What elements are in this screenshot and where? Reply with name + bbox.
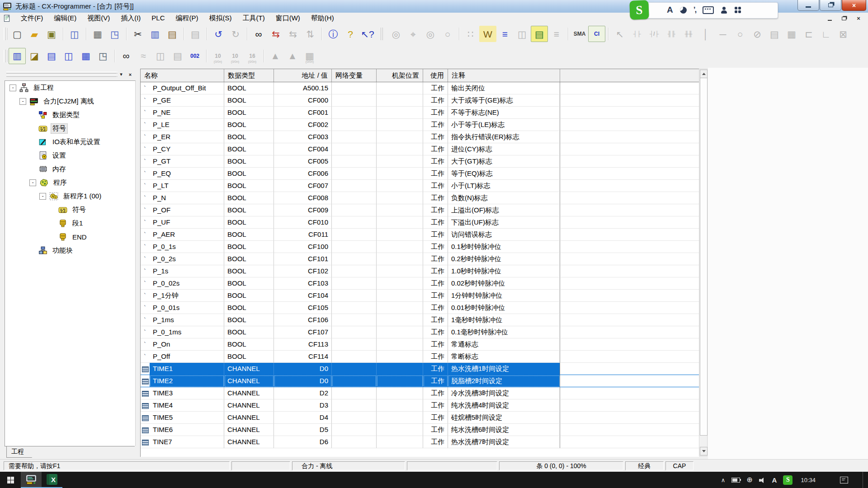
watch-list-button[interactable]: ▤: [169, 48, 186, 64]
corner-tool-button[interactable]: ∟: [817, 26, 835, 42]
monitor-window-button[interactable]: ◫: [514, 26, 531, 42]
print-setup-button[interactable]: ◫: [66, 26, 83, 42]
menu-item-5[interactable]: 编程(P): [170, 13, 204, 23]
format-decimal-button[interactable]: 10(0/0n): [209, 48, 226, 64]
symbol-row-P_On[interactable]: `P_OnBOOLCF113工作常通标志: [141, 338, 699, 351]
tree-item-新工程[interactable]: -新工程: [5, 81, 135, 94]
ime-moon-icon[interactable]: [680, 7, 687, 14]
print-preview-button[interactable]: ◳: [106, 26, 123, 42]
print-button[interactable]: ▦: [89, 26, 106, 42]
symbol-row-P_1分钟[interactable]: `P_1分钟BOOLCF104工作1分钟时钟脉冲位: [141, 290, 699, 302]
new-coil-button[interactable]: ○: [731, 26, 749, 42]
zoom-fit-button[interactable]: ○: [439, 26, 456, 42]
toolbar-grip[interactable]: [4, 50, 6, 62]
tree-item-内存[interactable]: 内存: [5, 162, 135, 176]
symbol-row-P_LT[interactable]: `P_LTBOOLCF007工作小于(LT)标志: [141, 180, 699, 192]
tree-expand-toggle[interactable]: -: [29, 179, 36, 186]
ime-keyboard-icon[interactable]: [703, 6, 714, 14]
menu-item-1[interactable]: 编辑(E): [48, 13, 82, 23]
new-or-contact-button[interactable]: ╢╟: [663, 26, 680, 42]
symbol-row-P_AER[interactable]: `P_AERBOOLCF011工作访问错误标志: [141, 229, 699, 241]
network-icon[interactable]: ⊕: [746, 476, 752, 483]
view-symbols-button[interactable]: ▤: [43, 48, 60, 64]
context-help-button[interactable]: ↖?: [359, 26, 376, 42]
action-center-icon[interactable]: [840, 477, 848, 483]
grid-toggle-button[interactable]: ∷: [462, 26, 479, 42]
select-tool-button[interactable]: ↖: [611, 26, 628, 42]
new-file-button[interactable]: ▢: [9, 26, 26, 42]
new-contact-button[interactable]: ┤├: [628, 26, 646, 42]
ime-punctuation-icon[interactable]: ’,: [693, 5, 696, 14]
symbol-row-TIME2[interactable]: TIME2CHANNELD0工作脱脂槽2时间设定: [141, 375, 699, 387]
close-button[interactable]: ×: [842, 0, 866, 11]
menu-item-2[interactable]: 视图(V): [82, 13, 115, 23]
tree-item-程序[interactable]: -程序: [5, 176, 135, 189]
vertical-line-button[interactable]: │: [697, 26, 714, 42]
restore-button[interactable]: [820, 0, 841, 11]
plc-info-button[interactable]: ⓘ: [325, 26, 342, 42]
symbol-table-button[interactable]: ▤: [531, 26, 548, 42]
address-tree-button[interactable]: ≡: [548, 26, 565, 42]
format-signed-button[interactable]: 10(0/0n): [226, 48, 244, 64]
column-header-注释[interactable]: 注释: [448, 69, 560, 82]
find-button[interactable]: ∞: [250, 26, 267, 42]
panel-close-button[interactable]: ×: [126, 70, 135, 79]
io-comment-button[interactable]: W: [479, 26, 496, 42]
ime-person-icon[interactable]: [721, 7, 728, 14]
tree-item-合力[CJ2M] 离线[interactable]: -合力[CJ2M] 离线: [5, 94, 135, 108]
symbol-row-P_UF[interactable]: `P_UFBOOLCF010工作下溢出(UF)标志: [141, 216, 699, 229]
transfer-to-plc-button[interactable]: ▲: [267, 48, 284, 64]
symbol-row-P_N[interactable]: `P_NBOOLCF008工作负数(N)标志: [141, 192, 699, 204]
tree-expand-toggle[interactable]: -: [19, 98, 26, 105]
menu-item-7[interactable]: 工具(T): [237, 13, 270, 23]
undo-button[interactable]: ↺: [210, 26, 227, 42]
menu-item-0[interactable]: 文件(F): [15, 13, 48, 23]
symbol-row-P_GE[interactable]: `P_GEBOOLCF000工作大于或等于(GE)标志: [141, 94, 699, 107]
symbol-row-P_OF[interactable]: `P_OFBOOLCF009工作上溢出(OF)标志: [141, 204, 699, 216]
tree-item-符号[interactable]: 符号: [5, 203, 135, 216]
battery-icon[interactable]: [731, 478, 740, 483]
vertical-scrollbar[interactable]: [699, 69, 708, 456]
symbol-row-P_0_02s[interactable]: `P_0_02sBOOLCF103工作0.02秒时钟脉冲位: [141, 277, 699, 290]
symbol-row-TINE7[interactable]: TINE7CHANNELD6工作热水洗槽7时间设定: [141, 436, 699, 448]
minimize-button[interactable]: [797, 0, 819, 11]
scroll-up-button[interactable]: [700, 70, 708, 78]
column-header-机架位置[interactable]: 机架位置: [377, 69, 423, 82]
pause-monitor-button[interactable]: ◫: [152, 48, 169, 64]
tree-item-功能块[interactable]: 功能块: [5, 244, 135, 257]
scroll-down-button[interactable]: [700, 447, 708, 455]
tree-item-符号[interactable]: 符号: [5, 122, 135, 135]
symbol-row-P_0_1ms[interactable]: `P_0_1msBOOLCF107工作0.1毫秒时钟脉冲位: [141, 326, 699, 338]
zoom-out-button[interactable]: ◎: [422, 26, 439, 42]
mdi-close-button[interactable]: ×: [853, 14, 864, 23]
column-header-网络变量[interactable]: 网络变量: [332, 69, 377, 82]
properties-button[interactable]: ◳: [94, 48, 112, 64]
redo-button[interactable]: ↻: [227, 26, 244, 42]
show-desktop-button[interactable]: [863, 472, 865, 488]
column-header-数据类型[interactable]: 数据类型: [224, 69, 274, 82]
panel-grip[interactable]: [6, 71, 118, 74]
symbol-row-P_GT[interactable]: `P_GTBOOLCF005工作大于(GT)标志: [141, 155, 699, 168]
online-toggle-button[interactable]: ≈: [135, 48, 152, 64]
tree-item-新程序1 (00)[interactable]: -新程序1 (00): [5, 189, 135, 203]
start-button[interactable]: [0, 472, 21, 488]
new-closed-contact-button[interactable]: ┤/├: [646, 26, 663, 42]
symbol-row-P_NE[interactable]: `P_NEBOOLCF001工作不等于标志(NE): [141, 107, 699, 119]
ci-view-button[interactable]: CI: [588, 26, 605, 42]
compare-plc-button[interactable]: ▦(0/0n): [301, 48, 318, 64]
tree-expand-toggle[interactable]: -: [39, 193, 46, 200]
replace-button[interactable]: ⇆: [267, 26, 284, 42]
menu-item-4[interactable]: PLC: [146, 13, 170, 23]
column-header-地址 / 值[interactable]: 地址 / 值: [274, 69, 332, 82]
symbol-row-P_1s[interactable]: `P_1sBOOLCF102工作1.0秒时钟脉冲位: [141, 265, 699, 277]
sogou-logo-icon[interactable]: S: [629, 0, 649, 19]
symbol-row-TIME4[interactable]: TIME4CHANNELD3工作纯水洗槽4时间设定: [141, 399, 699, 412]
rung-annotation-button[interactable]: ≡: [496, 26, 514, 42]
tray-chevron-icon[interactable]: ∧: [721, 477, 726, 483]
transfer-from-plc-button[interactable]: ▲: [284, 48, 301, 64]
horizontal-line-button[interactable]: ─: [714, 26, 731, 42]
symbol-row-P_0_1s[interactable]: `P_0_1sBOOLCF100工作0.1秒时钟脉冲位: [141, 241, 699, 253]
paste-special-button[interactable]: ▤: [187, 26, 204, 42]
help-button[interactable]: ?: [342, 26, 359, 42]
copy-button[interactable]: ▥: [146, 26, 164, 42]
